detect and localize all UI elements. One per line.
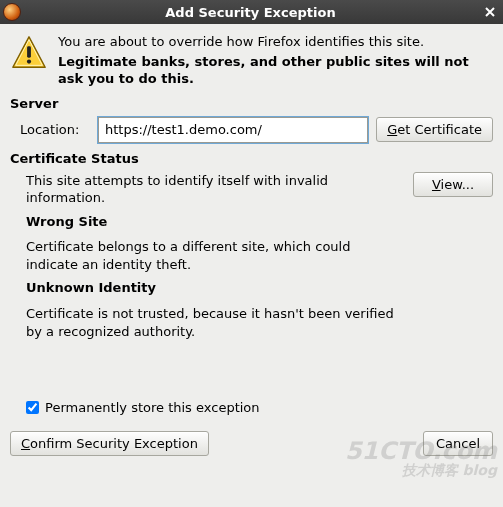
- cert-status-heading: Certificate Status: [10, 151, 493, 166]
- location-row: Location: Get Certificate: [20, 117, 493, 143]
- warning-line2: Legitimate banks, stores, and other publ…: [58, 54, 493, 88]
- unknown-identity-heading: Unknown Identity: [26, 279, 403, 297]
- permanent-store-row: Permanently store this exception: [26, 400, 493, 415]
- warning-text: You are about to override how Firefox id…: [58, 34, 493, 88]
- server-heading: Server: [10, 96, 493, 111]
- spacer: [10, 346, 493, 394]
- warning-icon: [10, 34, 48, 88]
- close-icon: [485, 7, 495, 17]
- unknown-identity-desc: Certificate is not trusted, because it h…: [26, 305, 403, 340]
- warning-row: You are about to override how Firefox id…: [10, 34, 493, 88]
- warning-line1: You are about to override how Firefox id…: [58, 34, 493, 51]
- close-button[interactable]: [480, 2, 500, 22]
- cert-status-text: This site attempts to identify itself wi…: [10, 172, 403, 346]
- permanent-store-checkbox[interactable]: [26, 401, 39, 414]
- cancel-button[interactable]: Cancel: [423, 431, 493, 456]
- location-label: Location:: [20, 122, 90, 137]
- firefox-icon: [3, 3, 21, 21]
- wrong-site-heading: Wrong Site: [26, 213, 403, 231]
- location-input[interactable]: [98, 117, 368, 143]
- wrong-site-desc: Certificate belongs to a different site,…: [26, 238, 403, 273]
- permanent-store-label[interactable]: Permanently store this exception: [45, 400, 260, 415]
- dialog-footer: Confirm Security Exception Cancel: [0, 427, 503, 466]
- window-title: Add Security Exception: [21, 5, 480, 20]
- titlebar: Add Security Exception: [0, 0, 503, 24]
- confirm-security-exception-button[interactable]: Confirm Security Exception: [10, 431, 209, 456]
- get-certificate-button[interactable]: Get Certificate: [376, 117, 493, 142]
- cert-intro: This site attempts to identify itself wi…: [26, 172, 403, 207]
- svg-point-1: [27, 59, 31, 63]
- view-button[interactable]: View...: [413, 172, 493, 197]
- svg-rect-0: [27, 46, 31, 57]
